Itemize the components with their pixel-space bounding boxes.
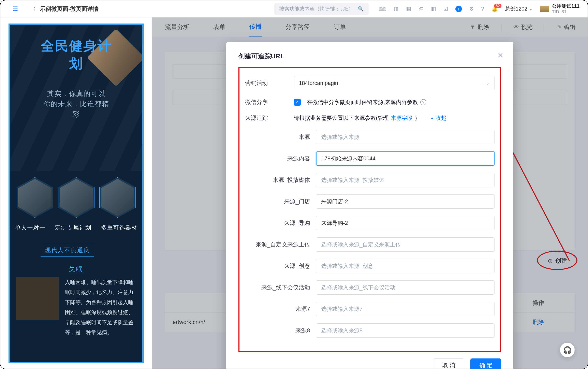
source-row-4: 来源_导购来源导购-2 xyxy=(245,216,495,230)
source-label: 来源_线下会议活动 xyxy=(245,284,310,291)
qrcode-icon[interactable]: ▥ xyxy=(394,6,399,12)
source-row-7: 来源_线下会议活动选择或输入来源_线下会议活动 xyxy=(245,280,495,295)
source-input[interactable]: 选择或输入来源_投放媒体 xyxy=(316,173,495,187)
feature-label-1: 定制专属计划 xyxy=(55,224,91,232)
account-name: 公用测试111 xyxy=(552,3,579,9)
global-search[interactable]: 搜索功能或内容（快捷键：⌘E） 🔍 xyxy=(274,3,369,15)
article-image xyxy=(16,277,59,320)
avatar xyxy=(540,6,549,12)
campaign-label: 营销活动 xyxy=(245,79,286,87)
source-row-2: 来源_投放媒体选择或输入来源_投放媒体 xyxy=(245,173,495,187)
hero-subtitle: 其实，你真的可以你的未来，比谁都精彩 xyxy=(10,88,142,119)
source-row-6: 来源_创意选择或输入来源_创意 xyxy=(245,259,495,273)
wechat-share-text: 在微信中分享微页面时保留来源,来源内容参数 xyxy=(307,99,418,106)
source-row-1: 来源内容178初始来源内容0044 xyxy=(245,152,495,166)
topbar: ☰ 〈 示例微页面-微页面详情 搜索功能或内容（快捷键：⌘E） 🔍 ⌨ ▥ ▦ … xyxy=(0,0,588,17)
collapse-toggle[interactable]: ▲收起 xyxy=(430,114,446,122)
source-label: 来源_创意 xyxy=(245,262,310,270)
menu-icon[interactable]: ☰ xyxy=(13,5,18,12)
caret-up-icon: ▲ xyxy=(430,116,434,120)
article-heading: 现代人不良通病 xyxy=(41,244,94,257)
account-tid: TID: 31 xyxy=(552,9,579,14)
tag-icon[interactable]: 🏷 xyxy=(418,6,424,12)
account-menu[interactable]: 公用测试111 TID: 31 xyxy=(540,3,579,14)
source-label: 来源7 xyxy=(245,305,310,313)
article-text: 入睡困难、睡眠质量下降和睡眠时间减少，记忆力、注意力下降等。为各种原因引起入睡困… xyxy=(65,277,136,337)
help-icon[interactable]: ? xyxy=(420,99,426,105)
source-row-5: 来源_自定义来源上传选择或输入来源_自定义来源上传 xyxy=(245,237,495,252)
org-switcher[interactable]: 总部1202⌄ xyxy=(505,5,533,12)
create-icon[interactable]: ＋ xyxy=(456,6,462,12)
work-area: 流量分析表单传播分享路径订单 🗑删除 👁预览 ✎编辑 ⊕ 创建 xyxy=(152,17,588,369)
chevron-down-icon: ⌄ xyxy=(486,81,489,86)
campaign-select[interactable]: 184forcampagin ⌄ xyxy=(294,76,495,90)
confirm-button[interactable]: 确 定 xyxy=(470,359,501,369)
feature-hex-1 xyxy=(17,177,53,218)
source-label: 来源_导购 xyxy=(245,219,310,227)
chevron-down-icon: ⌄ xyxy=(529,7,533,11)
source-input[interactable]: 选择或输入来源7 xyxy=(316,302,495,316)
source-input[interactable]: 选择或输入来源8 xyxy=(316,323,495,338)
close-icon[interactable]: ✕ xyxy=(497,51,503,59)
source-label: 来源_门店 xyxy=(245,198,310,205)
source-track-label: 来源追踪 xyxy=(245,114,286,122)
cancel-button[interactable]: 取 消 xyxy=(433,359,464,369)
modal-title: 创建可追踪URL xyxy=(238,52,501,61)
source-input[interactable]: 选择或输入来源 xyxy=(316,130,495,144)
grid-icon[interactable]: ▦ xyxy=(406,6,411,12)
floating-help-button[interactable]: 🎧 xyxy=(560,343,575,357)
source-label: 来源8 xyxy=(245,327,310,334)
wechat-share-checkbox[interactable]: ✓ xyxy=(294,99,301,106)
source-label: 来源_投放媒体 xyxy=(245,176,310,184)
source-label: 来源内容 xyxy=(245,155,310,162)
source-label: 来源_自定义来源上传 xyxy=(245,241,310,248)
help-icon[interactable]: ? xyxy=(481,6,484,12)
source-input[interactable]: 来源导购-2 xyxy=(316,216,495,230)
device-icon[interactable]: ⌨ xyxy=(379,6,386,12)
source-row-8: 来源7选择或输入来源7 xyxy=(245,302,495,316)
notifications-icon[interactable]: 🔔 82 xyxy=(491,6,498,12)
cube-icon[interactable]: ◧ xyxy=(431,6,436,12)
feature-label-0: 单人一对一 xyxy=(15,224,45,232)
notification-count: 82 xyxy=(494,4,501,8)
source-input[interactable]: 选择或输入来源_线下会议活动 xyxy=(316,280,495,295)
source-input[interactable]: 来源门店-2 xyxy=(316,195,495,209)
source-input[interactable]: 178初始来源内容0044 xyxy=(316,152,495,166)
create-track-url-modal: 创建可追踪URL ✕ 营销活动 184forcampagin ⌄ xyxy=(226,42,513,369)
breadcrumb: 示例微页面-微页面详情 xyxy=(40,5,99,13)
feature-hex-3 xyxy=(99,177,136,218)
source-row-3: 来源_门店来源门店-2 xyxy=(245,195,495,209)
modal-mask[interactable]: 创建可追踪URL ✕ 营销活动 184forcampagin ⌄ xyxy=(152,17,588,369)
source-row-9: 来源8选择或输入来源8 xyxy=(245,323,495,338)
wechat-share-label: 微信分享 xyxy=(245,98,286,106)
source-input[interactable]: 选择或输入来源_创意 xyxy=(316,259,495,273)
source-fields-link[interactable]: 来源字段 xyxy=(391,114,413,122)
hero-title: 全民健身计 划 xyxy=(10,25,142,72)
source-row-0: 来源选择或输入来源 xyxy=(245,130,495,144)
gear-icon[interactable]: ⚙ xyxy=(469,6,474,12)
calendar-icon[interactable]: ☑ xyxy=(443,6,448,12)
source-input[interactable]: 选择或输入来源_自定义来源上传 xyxy=(316,237,495,252)
feature-hex-2 xyxy=(58,177,94,218)
back-icon[interactable]: 〈 xyxy=(30,5,36,13)
topbar-icons: ⌨ ▥ ▦ 🏷 ◧ ☑ ＋ ⚙ ? 🔔 82 总部1202⌄ 公用测试111 T… xyxy=(379,3,579,14)
feature-label-2: 多重可选器材 xyxy=(101,224,137,232)
article-subheading: 失眠 xyxy=(16,265,136,273)
source-label: 来源 xyxy=(245,133,310,141)
source-track-hint: 请根据业务需要设置以下来源参数(管理 xyxy=(294,114,389,122)
page-preview-panel: 全民健身计 划 其实，你真的可以你的未来，比谁都精彩 单人一对一定制专属计划多重… xyxy=(0,17,152,369)
annotation-form-highlight: 营销活动 184forcampagin ⌄ 微信分享 ✓ xyxy=(238,67,501,352)
search-placeholder: 搜索功能或内容（快捷键：⌘E） xyxy=(279,5,354,12)
search-icon: 🔍 xyxy=(358,6,364,12)
